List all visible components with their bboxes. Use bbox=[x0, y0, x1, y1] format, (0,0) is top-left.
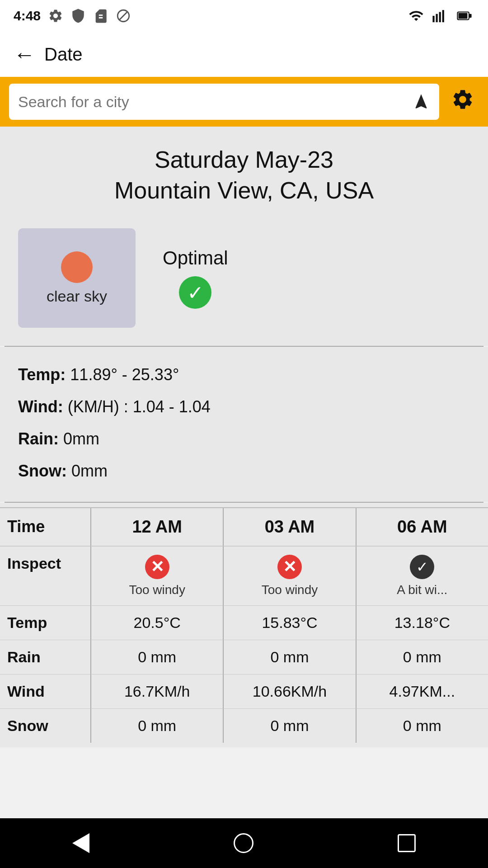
wind-row: Wind: (KM/H) : 1.04 - 1.04 bbox=[18, 392, 470, 422]
snow-label: Snow: bbox=[18, 462, 67, 480]
temp-value: 11.89° - 25.33° bbox=[70, 365, 179, 384]
inspect-06am: ✓ A bit wi... bbox=[356, 546, 488, 605]
svg-rect-6 bbox=[469, 14, 472, 18]
optimal-check-icon: ✓ bbox=[179, 276, 211, 309]
block-status-icon bbox=[116, 8, 131, 24]
signal-icon bbox=[432, 8, 447, 24]
location-arrow-icon[interactable] bbox=[412, 93, 430, 111]
rain-row: Rain: 0mm bbox=[18, 425, 470, 454]
wind-12am: 16.7KM/h bbox=[90, 674, 223, 708]
rain-03am: 0 mm bbox=[223, 640, 355, 674]
rain-row-label: Rain bbox=[0, 640, 90, 674]
weather-condition: clear sky bbox=[47, 288, 107, 305]
date-location: Saturday May-23 Mountain View, CA, USA bbox=[0, 127, 488, 219]
inspect-text-06am: A bit wi... bbox=[397, 583, 447, 597]
back-nav-button[interactable] bbox=[72, 833, 89, 853]
android-nav-bar bbox=[0, 818, 488, 868]
snow-12am: 0 mm bbox=[90, 708, 223, 743]
time-12am: 12 AM bbox=[90, 508, 223, 546]
rain-06am: 0 mm bbox=[356, 640, 488, 674]
settings-status-icon bbox=[48, 8, 63, 24]
status-time: 4:48 bbox=[14, 8, 41, 24]
time-col-header: Time bbox=[0, 508, 90, 546]
wind-label: Wind: bbox=[18, 397, 63, 416]
x-icon-03am: ✕ bbox=[277, 555, 302, 579]
svg-rect-0 bbox=[432, 16, 434, 22]
status-bar: 4:48 bbox=[0, 0, 488, 32]
wind-06am: 4.97KM... bbox=[356, 674, 488, 708]
temp-row: Temp: 11.89° - 25.33° bbox=[18, 360, 470, 390]
check-icon-06am: ✓ bbox=[410, 555, 434, 579]
wind-03am: 10.66KM/h bbox=[223, 674, 355, 708]
recents-nav-button[interactable] bbox=[398, 834, 416, 852]
home-nav-button[interactable] bbox=[234, 833, 253, 853]
snow-03am: 0 mm bbox=[223, 708, 355, 743]
inspect-03am: ✕ Too windy bbox=[223, 546, 355, 605]
weather-details: Temp: 11.89° - 25.33° Wind: (KM/H) : 1.0… bbox=[0, 347, 488, 502]
search-input[interactable] bbox=[18, 93, 405, 111]
back-button[interactable]: ← bbox=[14, 42, 35, 67]
optimal-label: Optimal bbox=[163, 247, 228, 269]
temp-12am: 20.5°C bbox=[90, 605, 223, 640]
location-text: Mountain View, CA, USA bbox=[9, 175, 479, 206]
sun-icon bbox=[61, 251, 93, 283]
sim-status-icon bbox=[93, 8, 108, 24]
temp-03am: 15.83°C bbox=[223, 605, 355, 640]
snow-row-label: Snow bbox=[0, 708, 90, 743]
snow-value: 0mm bbox=[71, 462, 108, 480]
snow-06am: 0 mm bbox=[356, 708, 488, 743]
svg-rect-3 bbox=[442, 10, 444, 22]
inspect-row-label: Inspect bbox=[0, 546, 90, 605]
rain-12am: 0 mm bbox=[90, 640, 223, 674]
shield-status-icon bbox=[70, 8, 86, 24]
wind-row-label: Wind bbox=[0, 674, 90, 708]
rain-label: Rain: bbox=[18, 429, 59, 448]
date-text: Saturday May-23 bbox=[9, 145, 479, 175]
wifi-icon bbox=[408, 8, 425, 24]
optimal-section: Optimal ✓ bbox=[163, 247, 228, 309]
gear-icon[interactable] bbox=[446, 88, 479, 116]
top-bar: ← Date bbox=[0, 32, 488, 77]
temp-label: Temp: bbox=[18, 365, 66, 384]
rain-value: 0mm bbox=[63, 429, 99, 448]
svg-rect-1 bbox=[436, 14, 438, 22]
temp-row-label: Temp bbox=[0, 605, 90, 640]
wind-value: (KM/H) : 1.04 - 1.04 bbox=[68, 397, 211, 416]
svg-rect-5 bbox=[459, 13, 468, 19]
recents-square-icon bbox=[398, 834, 416, 852]
x-icon-12am: ✕ bbox=[145, 555, 169, 579]
page-title: Date bbox=[44, 44, 83, 65]
temp-06am: 13.18°C bbox=[356, 605, 488, 640]
svg-rect-2 bbox=[439, 12, 441, 23]
inspect-text-12am: Too windy bbox=[129, 583, 185, 597]
time-06am: 06 AM bbox=[356, 508, 488, 546]
snow-row: Snow: 0mm bbox=[18, 457, 470, 486]
time-03am: 03 AM bbox=[223, 508, 355, 546]
weather-section: clear sky Optimal ✓ bbox=[0, 219, 488, 346]
battery-icon bbox=[455, 8, 474, 24]
search-bar bbox=[0, 77, 488, 127]
table-grid: Time 12 AM 03 AM 06 AM Inspect ✕ Too win… bbox=[0, 507, 488, 743]
weather-card: clear sky bbox=[18, 228, 136, 328]
home-circle-icon bbox=[234, 833, 253, 853]
inspect-12am: ✕ Too windy bbox=[90, 546, 223, 605]
back-triangle-icon bbox=[72, 833, 89, 853]
search-input-wrapper[interactable] bbox=[9, 84, 439, 120]
time-table: Time 12 AM 03 AM 06 AM Inspect ✕ Too win… bbox=[0, 503, 488, 747]
inspect-text-03am: Too windy bbox=[262, 583, 318, 597]
